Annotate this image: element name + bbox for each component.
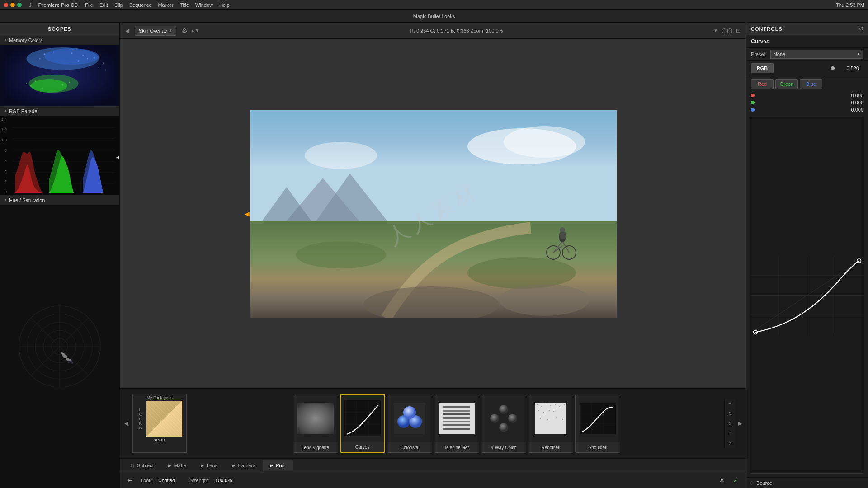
look-content: LOOKS <box>137 401 182 437</box>
tool-card-lens-vignette[interactable]: Lens Vignette <box>293 394 338 453</box>
rgb-channel-button[interactable]: RGB <box>751 63 774 73</box>
bottom-action-buttons: ✕ ✓ <box>717 475 741 485</box>
svg-point-22 <box>90 65 90 66</box>
settings-icon[interactable]: ⚙ <box>182 27 188 34</box>
curves-editor[interactable] <box>750 117 864 474</box>
svg-point-95 <box>555 404 556 405</box>
tool-card-colorista[interactable]: Colorista <box>387 394 432 453</box>
tools-label-t: T <box>728 400 732 407</box>
tools-strip: ◀ My Footage Is LOOKS sRGB <box>120 389 746 458</box>
tools-label-s: S <box>728 440 732 446</box>
green-dot <box>751 101 755 104</box>
svg-point-94 <box>550 405 551 406</box>
renoiser-visual <box>535 403 566 434</box>
overlay-label: Skin Overlay <box>139 28 167 33</box>
camera-icon[interactable]: ⊡ <box>736 28 741 34</box>
lens-vignette-thumbnail <box>293 394 338 442</box>
channel-buttons-row: RGB -0.520 <box>746 61 868 76</box>
menu-items: File Edit Clip Sequence Marker Title Win… <box>85 2 230 8</box>
back-icon[interactable]: ◀ <box>125 28 129 34</box>
memory-colors-label: Memory Colors <box>9 38 43 43</box>
menu-help[interactable]: Help <box>219 2 230 8</box>
hue-sat-header[interactable]: ▼ Hue / Saturation <box>0 195 119 205</box>
red-value-row: 0.000 <box>746 92 868 99</box>
clock: Thu 2:53 PM <box>836 2 864 8</box>
main-layout: SCOPES ▼ Memory Colors <box>0 23 868 488</box>
svg-rect-90 <box>535 403 566 434</box>
shoulder-thumbnail <box>576 394 620 442</box>
colorista-thumbnail <box>387 394 432 442</box>
svg-rect-82 <box>443 421 470 422</box>
green-value-row: 0.000 <box>746 99 868 106</box>
bottom-controls-bar: ↩ Look: Untitled Strength: 100.0% ✕ ✓ <box>120 472 746 488</box>
red-value: 0.000 <box>841 93 863 98</box>
toggle-icon[interactable]: ▲▼ <box>190 28 199 33</box>
menu-marker[interactable]: Marker <box>158 2 173 8</box>
svg-point-51 <box>305 142 377 169</box>
svg-point-10 <box>39 58 41 60</box>
scopes-header: SCOPES <box>0 23 119 35</box>
curves-title-row: Curves <box>746 35 868 48</box>
look-panel-label: My Footage Is <box>133 394 186 401</box>
tab-matte[interactable]: ▶ Matte <box>161 460 194 471</box>
menu-window[interactable]: Window <box>195 2 213 8</box>
rgb-dot <box>831 66 835 70</box>
lens-icon: ▶ <box>201 463 204 468</box>
curves-section-title: Curves <box>751 38 769 45</box>
svg-point-21 <box>105 70 106 71</box>
apple-icon:  <box>29 1 31 8</box>
look-thumbnail[interactable] <box>146 401 182 437</box>
dropdown-arrow: ▼ <box>169 28 172 33</box>
tab-post[interactable]: ▶ Post <box>263 460 293 471</box>
svg-point-96 <box>559 406 560 407</box>
red-channel-button[interactable]: Red <box>751 79 774 89</box>
tab-lens[interactable]: ▶ Lens <box>193 460 225 471</box>
strip-right-arrow[interactable]: ▶ <box>735 389 744 458</box>
tool-card-curves[interactable]: ✕ <box>340 394 385 453</box>
svg-point-89 <box>499 423 508 432</box>
tab-matte-label: Matte <box>174 463 187 468</box>
tab-subject[interactable]: ⬡ Subject <box>123 460 161 471</box>
tool-card-shoulder[interactable]: Shoulder <box>575 394 620 453</box>
fullscreen-button[interactable] <box>17 3 22 7</box>
svg-rect-67 <box>560 232 566 239</box>
overlay-dropdown[interactable]: Skin Overlay ▼ <box>135 26 176 36</box>
svg-point-97 <box>564 404 565 405</box>
bottom-area: ◀ My Footage Is LOOKS sRGB <box>120 388 746 472</box>
menu-clip[interactable]: Clip <box>114 2 123 8</box>
toolbar-info: R: 0.254 G: 0.271 B: 0.366 Zoom: 100.0% <box>205 28 708 33</box>
svg-point-16 <box>69 82 70 83</box>
svg-point-99 <box>543 412 544 413</box>
strip-left-arrow[interactable]: ◀ <box>122 389 131 458</box>
blue-channel-button[interactable]: Blue <box>800 79 822 89</box>
green-channel-button[interactable]: Green <box>775 79 798 89</box>
confirm-button[interactable]: ✓ <box>731 475 741 485</box>
menu-file[interactable]: File <box>85 2 93 8</box>
minimize-button[interactable] <box>10 3 15 7</box>
menu-edit[interactable]: Edit <box>99 2 108 8</box>
reset-icon[interactable]: ↺ <box>859 26 863 32</box>
menu-sequence[interactable]: Sequence <box>129 2 152 8</box>
svg-point-66 <box>560 227 565 233</box>
svg-point-7 <box>71 52 73 54</box>
svg-point-19 <box>103 63 104 64</box>
triangle-down-icon[interactable]: ▼ <box>713 28 718 33</box>
renoiser-label: Renoiser <box>528 442 573 452</box>
tab-subject-label: Subject <box>137 463 154 468</box>
compare-icon[interactable]: ⬡⬡ <box>722 27 732 34</box>
green-value: 0.000 <box>841 100 863 105</box>
undo-button[interactable]: ↩ <box>125 475 135 485</box>
tool-card-renoiser[interactable]: Renoiser <box>528 394 573 453</box>
close-button[interactable] <box>4 3 8 7</box>
tab-lens-label: Lens <box>207 463 217 468</box>
cancel-button[interactable]: ✕ <box>717 475 727 485</box>
tool-card-telecine[interactable]: Telecine Net <box>434 394 479 453</box>
rgb-parade-header[interactable]: ▼ RGB Parade <box>0 106 119 116</box>
preset-dropdown[interactable]: None ▼ <box>770 50 863 59</box>
svg-point-98 <box>538 410 539 411</box>
tool-card-4way[interactable]: 4-Way Color <box>481 394 526 453</box>
tab-camera[interactable]: ▶ Camera <box>225 460 263 471</box>
menu-title[interactable]: Title <box>180 2 189 8</box>
svg-point-14 <box>42 88 43 89</box>
memory-colors-header[interactable]: ▼ Memory Colors <box>0 35 119 45</box>
